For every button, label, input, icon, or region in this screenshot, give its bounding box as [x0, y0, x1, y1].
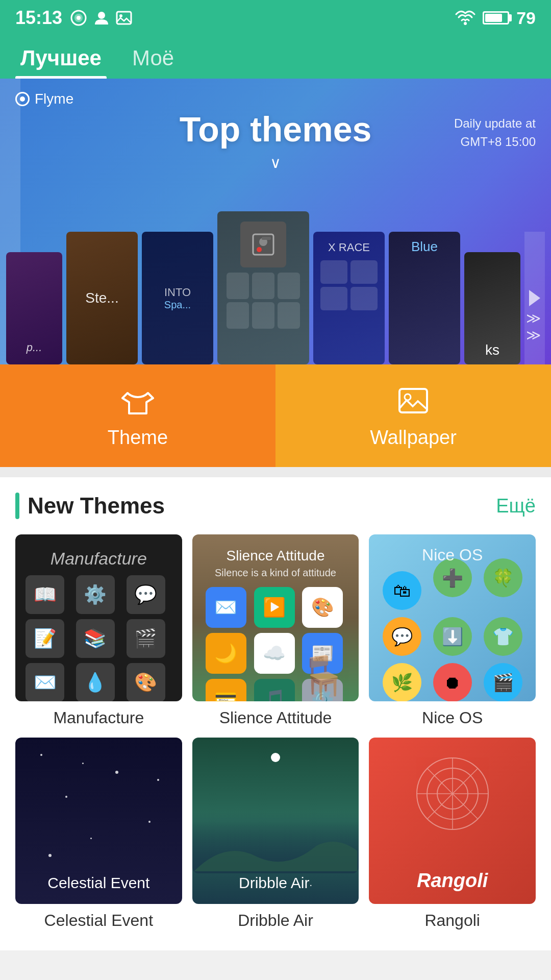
svg-rect-4 [117, 12, 131, 24]
slience-title: Slience Attitude [201, 548, 351, 564]
slience-icon-3: 🎨 [302, 587, 343, 628]
slience-icon-7: 💳 [206, 679, 246, 701]
banner-chevron-icon: ∨ [270, 155, 281, 170]
slience-subtitle: Silence is a kind of attitude [201, 567, 351, 579]
theme-slience[interactable]: Slience Attitude Silence is a kind of at… [192, 534, 359, 727]
message-icon [69, 9, 88, 27]
theme-rangoli[interactable]: Rangoli Rangoli [369, 738, 536, 930]
theme-button[interactable]: Theme [0, 364, 276, 467]
new-themes-header: New Themes Ещё [15, 493, 536, 519]
slience-icon-8: 🎵 [254, 679, 295, 701]
svg-rect-11 [399, 389, 427, 412]
more-button[interactable]: Ещё [496, 495, 536, 517]
rangoli-pattern [407, 748, 498, 842]
slience-icon-2: ▶️ [254, 587, 295, 628]
theme-name-celestial: Celestial Event [15, 911, 182, 930]
svg-rect-10 [262, 237, 271, 240]
banner-card-3: INTO Spa... [142, 232, 213, 364]
wallpaper-button-icon [395, 383, 431, 419]
mfg-icon-6: 🎬 [127, 619, 165, 658]
svg-point-12 [405, 394, 411, 400]
nice-icon-8: ⏺ [433, 663, 472, 701]
status-bar: 15:13 [0, 0, 551, 36]
banner-card-6: ks [464, 252, 520, 364]
rangoli-label: Rangoli [369, 870, 536, 892]
celestial-label: Celestial Event [15, 874, 182, 892]
section-accent-bar [15, 493, 19, 519]
banner-update-text: Daily update at GMT+8 15:00 [454, 114, 536, 151]
banner-card-5: Blue [389, 232, 460, 364]
tab-luchshee[interactable]: Лучшее [15, 36, 107, 79]
new-themes-section: New Themes Ещё Manufacture 📖 ⚙️ 💬 📝 📚 [0, 477, 551, 950]
top-themes-banner[interactable]: Flyme Top themes ∨ Daily update at GMT+8… [0, 79, 551, 364]
mfg-icon-3: 💬 [127, 575, 165, 614]
theme-thumb-celestial: Celestial Event [15, 738, 182, 904]
section-title-wrap: New Themes [15, 493, 165, 519]
nice-icon-7: 🌿 [383, 663, 421, 701]
theme-thumb-rangoli: Rangoli [369, 738, 536, 904]
notification-icons [69, 9, 133, 27]
quick-actions: Theme Wallpaper [0, 364, 551, 467]
mfg-icon-7: ✉️ [26, 663, 64, 701]
status-time-area: 15:13 [15, 7, 133, 29]
banner-scroll-right[interactable] [524, 232, 545, 364]
theme-thumb-niceos: Nice OS 🛍 ➕ 🍀 💬 ⬇️ 👕 🌿 ⏺ 🎬 [369, 534, 536, 701]
svg-point-2 [77, 16, 81, 20]
tab-moe[interactable]: Моё [127, 36, 179, 79]
theme-name-manufacture: Manufacture [15, 708, 182, 727]
mfg-icon-5: 📚 [76, 619, 115, 658]
slience-icon-1: ✉️ [206, 587, 246, 628]
dribble-hills [192, 830, 359, 873]
nice-icon-5: ⬇️ [433, 617, 472, 656]
nice-os-title: Nice OS [369, 546, 536, 565]
mfg-icon-2: ⚙️ [76, 575, 115, 614]
mfg-icon-1: 📖 [26, 575, 64, 614]
nav-tabs: Лучшее Моё [0, 36, 551, 79]
banner-container: Flyme Top themes ∨ Daily update at GMT+8… [0, 79, 551, 467]
wallpaper-button-label: Wallpaper [370, 427, 457, 449]
theme-thumb-manufacture: Manufacture 📖 ⚙️ 💬 📝 📚 🎬 ✉️ 💧 🎨 [15, 534, 182, 701]
theme-name-niceos: Nice OS [369, 708, 536, 727]
theme-manufacture[interactable]: Manufacture 📖 ⚙️ 💬 📝 📚 🎬 ✉️ 💧 🎨 [15, 534, 182, 727]
wallpaper-button[interactable]: Wallpaper [276, 364, 551, 467]
nice-icon-6: 👕 [484, 617, 522, 656]
theme-niceos[interactable]: Nice OS 🛍 ➕ 🍀 💬 ⬇️ 👕 🌿 ⏺ 🎬 Nice OS [369, 534, 536, 727]
theme-dribble[interactable]: Dribble Air· Dribble Air [192, 738, 359, 930]
theme-name-slience: Slience Attitude [192, 708, 359, 727]
dribble-label: Dribble Air· [192, 874, 359, 892]
image-icon [115, 9, 133, 27]
banner-theme-cards: p... Ste... INTO Spa... [0, 201, 551, 364]
banner-card-2: Ste... [66, 232, 138, 364]
banner-card-main [217, 211, 309, 364]
flyme-dot-icon [15, 92, 30, 106]
section-divider [0, 467, 551, 477]
theme-grid-row1: Manufacture 📖 ⚙️ 💬 📝 📚 🎬 ✉️ 💧 🎨 [15, 534, 536, 727]
svg-point-6 [464, 22, 467, 25]
banner-card-4: X RACE [313, 232, 385, 364]
time-display: 15:13 [15, 7, 62, 29]
svg-point-5 [119, 14, 122, 17]
mfg-icon-9: 🎨 [127, 663, 165, 701]
theme-celestial[interactable]: Celestial Event Celestial Event [15, 738, 182, 930]
new-themes-title: New Themes [28, 493, 165, 519]
svg-point-3 [98, 12, 105, 19]
theme-name-dribble: Dribble Air [192, 911, 359, 930]
mfg-icon-4: 📝 [26, 619, 64, 658]
theme-button-label: Theme [108, 427, 168, 449]
theme-grid-row2: Celestial Event Celestial Event Dribble … [15, 738, 536, 930]
theme-name-rangoli: Rangoli [369, 911, 536, 930]
status-right-area: 79 [455, 8, 536, 28]
nice-icon-4: 💬 [383, 617, 421, 656]
svg-point-9 [257, 247, 262, 252]
battery-icon [483, 11, 509, 24]
dribble-dot-icon [271, 753, 280, 762]
battery-level: 79 [516, 8, 536, 28]
banner-card-1: p... [6, 252, 62, 364]
nice-icon-1: 🛍 [383, 571, 421, 610]
slience-icon-5: ☁️ [254, 633, 295, 674]
mfg-icon-8: 💧 [76, 663, 115, 701]
theme-thumb-slience: Slience Attitude Silence is a kind of at… [192, 534, 359, 701]
theme-button-icon [120, 383, 156, 419]
nice-icon-9: 🎬 [484, 663, 522, 701]
wifi-icon [455, 9, 475, 27]
